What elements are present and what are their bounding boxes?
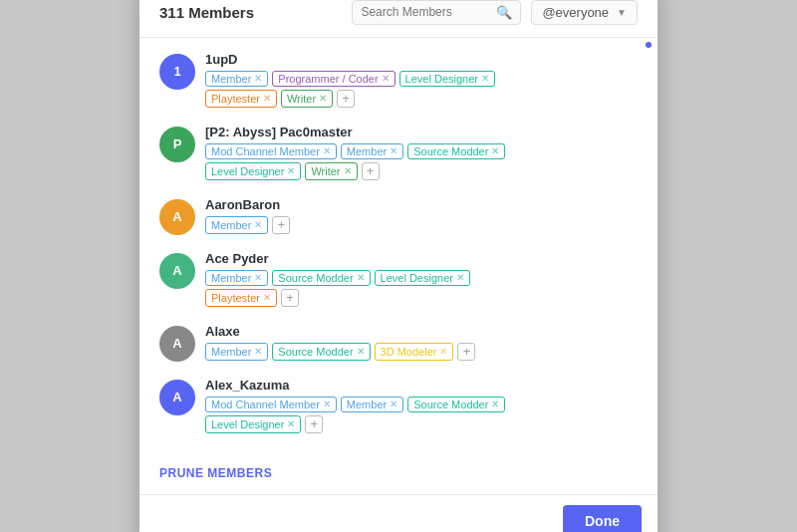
role-tag: Member ✕ bbox=[205, 71, 268, 87]
header-right: 🔍 @everyone ▼ bbox=[352, 0, 638, 25]
tags-row: Member ✕Programmer / Coder ✕Level Design… bbox=[205, 71, 638, 87]
tag-remove-icon[interactable]: ✕ bbox=[491, 399, 499, 409]
add-role-button[interactable]: + bbox=[305, 415, 323, 433]
role-tag: Member ✕ bbox=[341, 143, 403, 159]
role-tag: Member ✕ bbox=[205, 270, 268, 286]
add-role-button[interactable]: + bbox=[281, 289, 299, 307]
tags-row: Mod Channel Member ✕Member ✕Source Modde… bbox=[205, 397, 638, 412]
member-info: [P2: Abyss] Pac0masterMod Channel Member… bbox=[205, 125, 638, 183]
member-info: AaronBaronMember ✕+ bbox=[205, 197, 638, 237]
tag-remove-icon[interactable]: ✕ bbox=[254, 73, 262, 84]
search-input[interactable] bbox=[361, 5, 490, 19]
tag-remove-icon[interactable]: ✕ bbox=[382, 73, 390, 84]
role-tag: Programmer / Coder ✕ bbox=[272, 71, 395, 87]
tag-remove-icon[interactable]: ✕ bbox=[357, 272, 365, 283]
role-tag: Level Designer ✕ bbox=[205, 162, 301, 180]
role-tag: Playtester ✕ bbox=[205, 289, 277, 307]
scrollbar-indicator bbox=[646, 42, 652, 48]
member-info: Ace PyderMember ✕Source Modder ✕Level De… bbox=[205, 251, 638, 310]
member-row: 11upDMember ✕Programmer / Coder ✕Level D… bbox=[159, 52, 638, 111]
member-row: AAlex_KazumaMod Channel Member ✕Member ✕… bbox=[159, 378, 638, 436]
tag-remove-icon[interactable]: ✕ bbox=[357, 346, 365, 357]
avatar: A bbox=[159, 380, 195, 415]
role-tag: 3D Modeler ✕ bbox=[375, 343, 454, 361]
role-tag: Level Designer ✕ bbox=[375, 270, 470, 286]
dialog-footer: Done bbox=[139, 494, 658, 533]
avatar: A bbox=[159, 253, 195, 289]
member-info: 1upDMember ✕Programmer / Coder ✕Level De… bbox=[205, 52, 638, 111]
tag-remove-icon[interactable]: ✕ bbox=[263, 93, 271, 104]
everyone-label: @everyone bbox=[542, 5, 609, 20]
role-tag: Member ✕ bbox=[205, 216, 268, 234]
chevron-down-icon: ▼ bbox=[617, 7, 627, 18]
role-tag: Writer ✕ bbox=[281, 90, 333, 108]
member-info: Alex_KazumaMod Channel Member ✕Member ✕S… bbox=[205, 378, 638, 436]
role-tag: Mod Channel Member ✕ bbox=[205, 143, 337, 159]
member-name: 1upD bbox=[205, 52, 638, 67]
dialog-header: 311 Members 🔍 @everyone ▼ bbox=[139, 0, 658, 38]
tag-remove-icon[interactable]: ✕ bbox=[254, 219, 262, 230]
tag-remove-icon[interactable]: ✕ bbox=[287, 165, 295, 176]
tag-remove-icon[interactable]: ✕ bbox=[254, 346, 262, 357]
add-role-button[interactable]: + bbox=[457, 343, 475, 361]
role-tag: Writer ✕ bbox=[305, 162, 357, 180]
add-role-button[interactable]: + bbox=[272, 216, 290, 234]
tag-remove-icon[interactable]: ✕ bbox=[319, 93, 327, 104]
members-title: 311 Members bbox=[159, 4, 254, 21]
everyone-select[interactable]: @everyone ▼ bbox=[531, 0, 638, 25]
avatar: P bbox=[159, 127, 195, 162]
tag-remove-icon[interactable]: ✕ bbox=[390, 399, 398, 409]
role-tag: Member ✕ bbox=[205, 343, 268, 361]
add-role-button[interactable]: + bbox=[337, 90, 355, 108]
tag-remove-icon[interactable]: ✕ bbox=[323, 145, 331, 156]
done-button[interactable]: Done bbox=[563, 505, 642, 533]
tag-remove-icon[interactable]: ✕ bbox=[491, 145, 499, 156]
member-row: AAlaxeMember ✕Source Modder ✕3D Modeler … bbox=[159, 324, 638, 364]
tags-row: Mod Channel Member ✕Member ✕Source Modde… bbox=[205, 143, 638, 159]
member-row: P[P2: Abyss] Pac0masterMod Channel Membe… bbox=[159, 125, 638, 183]
avatar: 1 bbox=[159, 54, 195, 90]
tag-remove-icon[interactable]: ✕ bbox=[287, 418, 295, 429]
tag-remove-icon[interactable]: ✕ bbox=[439, 346, 447, 357]
avatar: A bbox=[159, 326, 195, 362]
member-name: [P2: Abyss] Pac0master bbox=[205, 125, 638, 139]
role-tag: Level Designer ✕ bbox=[205, 415, 301, 433]
members-dialog: 311 Members 🔍 @everyone ▼ 11upDMember ✕P… bbox=[139, 0, 658, 532]
role-tag: Source Modder ✕ bbox=[407, 143, 505, 159]
role-tag: Playtester ✕ bbox=[205, 90, 277, 108]
members-list: 11upDMember ✕Programmer / Coder ✕Level D… bbox=[139, 38, 658, 458]
tag-remove-icon[interactable]: ✕ bbox=[254, 272, 262, 283]
role-tag: Source Modder ✕ bbox=[272, 270, 370, 286]
member-row: AAce PyderMember ✕Source Modder ✕Level D… bbox=[159, 251, 638, 310]
tags-row: Playtester ✕+ bbox=[205, 289, 638, 307]
tag-remove-icon[interactable]: ✕ bbox=[344, 165, 352, 176]
search-icon: 🔍 bbox=[496, 5, 512, 20]
tag-remove-icon[interactable]: ✕ bbox=[481, 73, 489, 84]
tags-row: Member ✕Source Modder ✕Level Designer ✕ bbox=[205, 270, 638, 286]
tag-remove-icon[interactable]: ✕ bbox=[456, 272, 464, 283]
role-tag: Level Designer ✕ bbox=[399, 71, 495, 87]
member-row: AAaronBaronMember ✕+ bbox=[159, 197, 638, 237]
add-role-button[interactable]: + bbox=[362, 162, 380, 180]
tags-row: Member ✕Source Modder ✕3D Modeler ✕+ bbox=[205, 343, 638, 361]
member-name: Alex_Kazuma bbox=[205, 378, 638, 393]
member-info: AlaxeMember ✕Source Modder ✕3D Modeler ✕… bbox=[205, 324, 638, 364]
tag-remove-icon[interactable]: ✕ bbox=[323, 399, 331, 409]
role-tag: Source Modder ✕ bbox=[272, 343, 370, 361]
tag-remove-icon[interactable]: ✕ bbox=[390, 145, 398, 156]
tags-row: Member ✕+ bbox=[205, 216, 638, 234]
member-name: Ace Pyder bbox=[205, 251, 638, 266]
tag-remove-icon[interactable]: ✕ bbox=[263, 292, 271, 303]
role-tag: Mod Channel Member ✕ bbox=[205, 397, 337, 412]
tags-row: Level Designer ✕Writer ✕+ bbox=[205, 162, 638, 180]
member-name: Alaxe bbox=[205, 324, 638, 339]
role-tag: Source Modder ✕ bbox=[407, 397, 505, 412]
tags-row: Playtester ✕Writer ✕+ bbox=[205, 90, 638, 108]
tags-row: Level Designer ✕+ bbox=[205, 415, 638, 433]
search-box: 🔍 bbox=[352, 0, 521, 25]
avatar: A bbox=[159, 199, 195, 235]
role-tag: Member ✕ bbox=[341, 397, 403, 412]
prune-members-link[interactable]: PRUNE MEMBERS bbox=[139, 458, 658, 494]
member-name: AaronBaron bbox=[205, 197, 638, 212]
